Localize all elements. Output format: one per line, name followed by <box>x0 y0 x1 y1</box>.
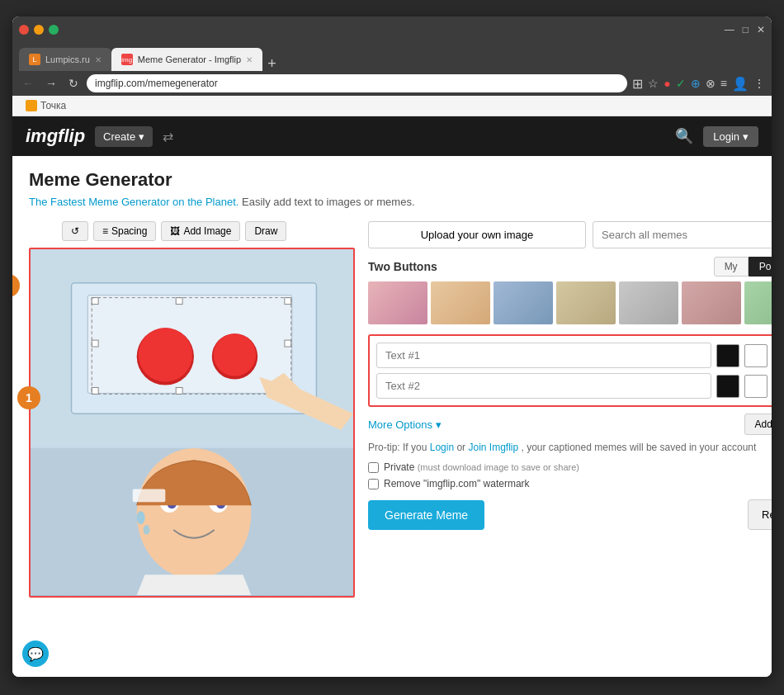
badge-1: 1 <box>17 386 40 409</box>
thumb-6[interactable] <box>682 281 741 324</box>
forward-btn[interactable]: → <box>42 75 60 92</box>
private-checkbox[interactable] <box>368 462 379 473</box>
watermark-checkbox[interactable] <box>368 479 379 489</box>
create-label: Create <box>103 130 135 143</box>
join-link[interactable]: Join Imgflip <box>468 442 518 453</box>
close-icon[interactable]: ✕ <box>757 24 765 35</box>
imgflip-favicon: img <box>121 54 133 65</box>
create-chevron-icon: ▾ <box>139 130 144 143</box>
draw-label: Draw <box>254 225 277 237</box>
reset-btn[interactable]: Reset <box>748 499 772 530</box>
spacing-btn[interactable]: ≡ Spacing <box>93 221 156 241</box>
thumb-2[interactable] <box>431 281 490 324</box>
svg-rect-7 <box>92 298 98 305</box>
draw-btn[interactable]: Draw <box>245 221 286 241</box>
close-window-btn[interactable] <box>19 25 29 35</box>
lumpics-favicon: L <box>29 54 40 65</box>
pro-tip: Pro-tip: If you Login or Join Imgflip , … <box>368 442 772 453</box>
menu-icon[interactable]: ⋮ <box>753 77 765 90</box>
thumb-5[interactable] <box>619 281 678 324</box>
svg-rect-13 <box>176 388 182 395</box>
site-search-icon[interactable]: 🔍 <box>675 127 693 145</box>
title-bar: — □ ✕ <box>12 17 772 43</box>
meme-canvas[interactable] <box>29 248 355 598</box>
canvas-area: ↺ ≡ Spacing 🖼 Add Image Draw <box>29 221 355 598</box>
bookmark-tochka[interactable]: Точка <box>21 98 71 113</box>
svg-point-4 <box>139 328 192 381</box>
meme-bottom-svg <box>31 447 353 596</box>
site-header: imgflip Create ▾ ⇄ 🔍 Login ▾ <box>12 116 772 156</box>
address-input[interactable] <box>87 74 627 92</box>
profile-icon[interactable]: 👤 <box>732 76 749 92</box>
text-2-color-white[interactable] <box>744 375 767 398</box>
main-content: Meme Generator The Fastest Meme Generato… <box>12 156 772 677</box>
tab-imgflip-close[interactable]: ✕ <box>246 55 253 64</box>
window-controls <box>19 25 59 35</box>
login-button[interactable]: Login ▾ <box>703 126 758 147</box>
page-content: imgflip Create ▾ ⇄ 🔍 Login ▾ Meme Genera… <box>12 116 772 677</box>
address-bar: ← → ↻ ⊞ ☆ ● ✓ ⊕ ⊗ ≡ 👤 ⋮ <box>12 71 772 96</box>
tab-imgflip[interactable]: img Meme Generator - Imgflip ✕ <box>111 48 262 71</box>
private-label: Private (must download image to save or … <box>384 461 579 473</box>
thumb-4[interactable] <box>556 281 616 324</box>
controls-area: Upload your own image Two Buttons My P <box>368 221 772 598</box>
tab-lumpics[interactable]: L Lumpics.ru ✕ <box>19 48 111 71</box>
add-text-btn[interactable]: Add Text <box>744 414 772 435</box>
ext5-icon[interactable]: ≡ <box>720 77 727 90</box>
browser-toolbar: ⊞ ☆ ● ✓ ⊕ ⊗ ≡ 👤 ⋮ <box>632 76 765 92</box>
maximize-window-btn[interactable] <box>49 25 59 35</box>
bookmarks-bar: Точка <box>12 96 772 116</box>
minimize-window-btn[interactable] <box>34 25 44 35</box>
text-row-2: ⚙ <box>376 373 772 399</box>
login-link[interactable]: Login <box>430 442 454 453</box>
text-2-input[interactable] <box>376 373 711 399</box>
tab-my[interactable]: My <box>714 257 749 277</box>
add-image-label: Add Image <box>183 225 231 237</box>
meme-svg <box>31 249 353 447</box>
add-image-btn[interactable]: 🖼 Add Image <box>161 221 240 241</box>
more-options-link[interactable]: More Options ▾ <box>368 418 442 431</box>
template-thumbnails <box>368 281 772 324</box>
svg-rect-9 <box>285 298 291 305</box>
ext1-icon[interactable]: ● <box>664 77 670 90</box>
back-btn[interactable]: ← <box>19 75 37 92</box>
login-label: Login <box>713 130 739 143</box>
site-logo[interactable]: imgflip <box>26 125 85 147</box>
generate-meme-btn[interactable]: Generate Meme <box>368 500 484 530</box>
bookmark-favicon <box>26 100 37 111</box>
tab-popular[interactable]: Popular <box>749 257 772 277</box>
reload-btn[interactable]: ↻ <box>65 75 82 92</box>
upload-image-btn[interactable]: Upload your own image <box>368 221 586 248</box>
text-1-input[interactable] <box>376 343 711 368</box>
text-1-color-white[interactable] <box>744 344 767 367</box>
text-1-color-black[interactable] <box>716 344 739 367</box>
minimize-icon[interactable]: — <box>725 24 734 35</box>
restore-icon[interactable]: □ <box>743 24 749 35</box>
more-options-row: More Options ▾ Add Text <box>368 414 772 435</box>
tab-lumpics-close[interactable]: ✕ <box>95 55 102 64</box>
text-2-color-black[interactable] <box>716 375 739 398</box>
thumb-1[interactable] <box>368 281 427 324</box>
translate-icon[interactable]: ⊞ <box>632 76 643 92</box>
subtitle-link[interactable]: The Fastest Meme Generator on the Planet… <box>29 196 239 208</box>
window-action-controls: — □ ✕ <box>725 24 765 35</box>
tab-bar: L Lumpics.ru ✕ img Meme Generator - Imgf… <box>12 43 772 71</box>
new-tab-btn[interactable]: + <box>267 56 276 71</box>
bookmark-label: Точка <box>40 100 66 111</box>
tab-imgflip-label: Meme Generator - Imgflip <box>138 54 241 64</box>
ext2-icon[interactable]: ✓ <box>676 77 686 90</box>
page-title: Meme Generator <box>29 169 755 191</box>
ext3-icon[interactable]: ⊕ <box>691 77 701 90</box>
svg-rect-10 <box>92 340 98 347</box>
chat-bubble-btn[interactable]: 💬 <box>22 641 49 667</box>
thumb-3[interactable] <box>494 281 553 324</box>
page-subtitle: The Fastest Meme Generator on the Planet… <box>29 196 755 208</box>
ext4-icon[interactable]: ⊗ <box>706 77 716 90</box>
shuffle-icon[interactable]: ⇄ <box>163 129 173 144</box>
search-memes-input[interactable] <box>593 221 772 248</box>
thumb-7[interactable] <box>744 281 772 324</box>
bookmark-star-icon[interactable]: ☆ <box>648 77 659 90</box>
rotate-btn[interactable]: ↺ <box>62 221 88 241</box>
rotate-icon: ↺ <box>71 225 79 237</box>
create-button[interactable]: Create ▾ <box>95 126 153 147</box>
